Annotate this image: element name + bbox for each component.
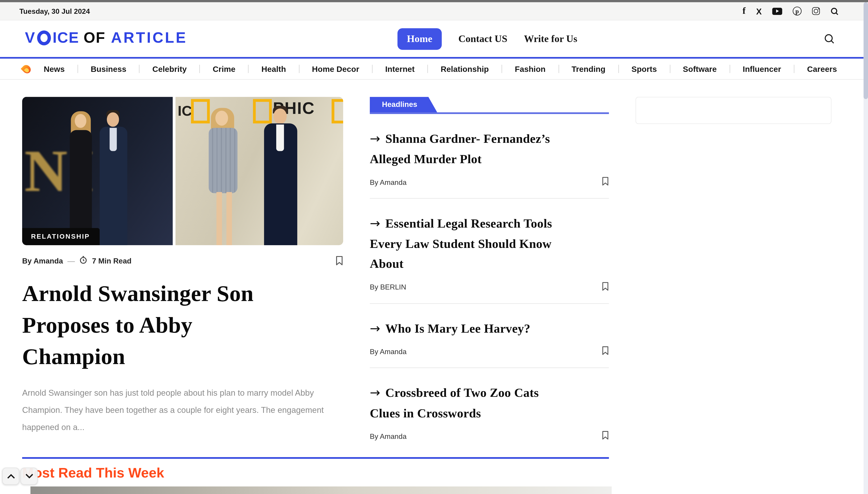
category-influencer[interactable]: Influencer: [743, 64, 781, 73]
category-relationship[interactable]: Relationship: [440, 64, 489, 73]
arrow-icon: →: [370, 321, 380, 335]
headlines-header: Headlines: [370, 97, 609, 114]
category-tag[interactable]: RELATIONSHIP: [22, 228, 100, 245]
ad-placeholder: [636, 97, 831, 124]
voice-of-article-homepage: Tuesday, 30 Jul 2024 f X p VICE OF ARTIC…: [0, 0, 868, 494]
featured-author[interactable]: By Amanda: [22, 256, 63, 265]
nav-contact-us[interactable]: Contact US: [458, 33, 507, 45]
nav-home[interactable]: Home: [397, 28, 442, 50]
category-nav: News Business Celebrity Crime Health Hom…: [0, 59, 864, 80]
featured-excerpt: Arnold Swansinger son has just told peop…: [22, 384, 342, 436]
instagram-icon[interactable]: [812, 7, 820, 15]
topbar: Tuesday, 30 Jul 2024 f X p: [0, 2, 864, 21]
headline-item[interactable]: →Crossbreed of Two Zoo Cats Clues in Cro…: [370, 368, 609, 452]
headline-meta: By Amanda: [370, 431, 609, 441]
scroll-up-button[interactable]: [2, 468, 19, 485]
divider: [428, 65, 428, 73]
meta-separator: —: [68, 256, 75, 265]
read-time: 7 Min Read: [92, 256, 132, 265]
nav-write-for-us[interactable]: Write for Us: [524, 33, 577, 45]
headlines-tab[interactable]: Headlines: [370, 97, 437, 113]
clock-icon: [79, 255, 88, 266]
category-business[interactable]: Business: [91, 64, 126, 73]
scroll-down-button[interactable]: [21, 468, 38, 485]
category-software[interactable]: Software: [683, 64, 717, 73]
fire-icon: [22, 64, 31, 74]
site-header: VICE OF ARTICLE Home Contact US Write fo…: [0, 21, 864, 57]
headline-meta: By Amanda: [370, 176, 609, 188]
category-careers[interactable]: Careers: [807, 64, 837, 73]
bookmark-icon[interactable]: [602, 346, 609, 357]
headline-item[interactable]: →Who Is Mary Lee Harvey? By Amanda: [370, 304, 609, 368]
category-sports[interactable]: Sports: [631, 64, 657, 73]
divider: [794, 65, 794, 73]
category-crime[interactable]: Crime: [213, 64, 235, 73]
logo-voice-v: V: [25, 30, 36, 46]
logo-voice-ice: ICE: [53, 30, 79, 46]
photo-natgeo-couple: IC PHIC: [175, 97, 343, 245]
divider: [618, 65, 619, 73]
featured-article: NI IC PHIC: [22, 97, 343, 436]
bookmark-icon[interactable]: [602, 281, 609, 292]
bookmark-icon[interactable]: [336, 255, 343, 267]
divider: [558, 65, 559, 73]
divider: [502, 65, 502, 73]
woman-silhouette: [209, 128, 237, 193]
category-trending[interactable]: Trending: [572, 64, 606, 73]
headlines-section: Headlines →Shanna Gardner- Fernandez’s A…: [370, 97, 609, 452]
headline-meta: By BERLIN: [370, 281, 609, 292]
logo-o-mark: [37, 31, 51, 45]
featured-meta: By Amanda — 7 Min Read: [22, 255, 343, 266]
headline-item[interactable]: →Essential Legal Research Tools Every La…: [370, 198, 609, 304]
bookmark-icon[interactable]: [602, 176, 609, 188]
divider: [248, 65, 249, 73]
category-internet[interactable]: Internet: [385, 64, 415, 73]
current-date: Tuesday, 30 Jul 2024: [19, 7, 90, 15]
scrollbar-thumb[interactable]: [864, 2, 868, 99]
headline-title[interactable]: →Essential Legal Research Tools Every La…: [370, 213, 572, 274]
arrow-icon: →: [370, 131, 380, 146]
category-news[interactable]: News: [44, 64, 65, 73]
yellow-frame-mark: [253, 99, 272, 124]
featured-article-image[interactable]: NI IC PHIC: [22, 97, 343, 245]
search-icon[interactable]: [830, 7, 838, 15]
arrow-icon: →: [370, 216, 380, 230]
arrow-icon: →: [370, 385, 380, 400]
facebook-icon[interactable]: f: [742, 5, 746, 17]
headline-author[interactable]: By Amanda: [370, 178, 407, 186]
photo-gap: [173, 97, 175, 245]
logo-article: ARTICLE: [111, 30, 187, 46]
site-logo[interactable]: VICE OF ARTICLE: [25, 30, 187, 46]
pinterest-icon[interactable]: p: [793, 6, 801, 15]
headline-author[interactable]: By BERLIN: [370, 283, 406, 291]
next-section-image-edge: [31, 487, 612, 494]
category-health[interactable]: Health: [262, 64, 286, 73]
scrollbar[interactable]: [864, 2, 868, 494]
search-icon[interactable]: [824, 33, 835, 46]
headline-author[interactable]: By Amanda: [370, 432, 407, 440]
headline-title[interactable]: →Shanna Gardner- Fernandez’s Alleged Mur…: [370, 128, 572, 169]
headline-title[interactable]: →Crossbreed of Two Zoo Cats Clues in Cro…: [370, 382, 572, 423]
headline-title[interactable]: →Who Is Mary Lee Harvey?: [370, 318, 572, 339]
category-home-decor[interactable]: Home Decor: [312, 64, 359, 73]
youtube-icon[interactable]: [772, 7, 782, 15]
window-top-edge: [0, 0, 868, 2]
x-twitter-icon[interactable]: X: [756, 6, 762, 16]
divider: [372, 65, 373, 73]
headline-item[interactable]: →Shanna Gardner- Fernandez’s Alleged Mur…: [370, 114, 609, 198]
headline-meta: By Amanda: [370, 346, 609, 357]
category-celebrity[interactable]: Celebrity: [152, 64, 187, 73]
bookmark-icon[interactable]: [602, 431, 609, 441]
divider: [669, 65, 670, 73]
logo-of: OF: [83, 30, 106, 46]
yellow-frame-mark: [191, 99, 210, 124]
yellow-frame-mark: [332, 99, 343, 124]
headline-author[interactable]: By Amanda: [370, 347, 407, 356]
most-read-heading: Most Read This Week: [22, 465, 164, 481]
divider: [299, 65, 299, 73]
category-fashion[interactable]: Fashion: [515, 64, 545, 73]
featured-title[interactable]: Arnold Swansinger Son Proposes to Abby C…: [22, 278, 299, 373]
divider: [77, 65, 78, 73]
divider: [730, 65, 730, 73]
divider: [139, 65, 139, 73]
